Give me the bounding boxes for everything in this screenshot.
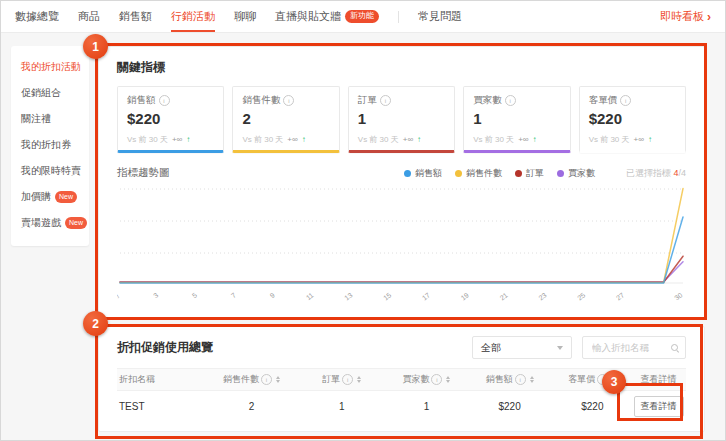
trend-title: 指標趨勢圖: [117, 166, 170, 180]
svg-text:15: 15: [382, 291, 393, 301]
discount-type-select[interactable]: 全部: [472, 336, 572, 359]
metric-cards-row: 銷售額 $220 Vs 前 30 天+∞↑ 銷售件數 2 Vs 前 30 天+∞…: [117, 86, 686, 153]
cell-aov: $220: [553, 401, 631, 412]
info-icon[interactable]: [515, 374, 526, 385]
metric-value: 2: [242, 110, 329, 127]
legend-sales[interactable]: 銷售額: [404, 167, 442, 180]
sidebar-item-promo-combos[interactable]: 促銷組合: [11, 80, 89, 106]
up-arrow-icon: ↑: [302, 135, 306, 144]
realtime-dashboard-link[interactable]: 即時看板 ›: [660, 9, 711, 24]
table-row: TEST 2 1 1 $220 $220 查看詳情: [117, 391, 686, 421]
discount-search-input[interactable]: [590, 341, 666, 354]
metric-value: 1: [358, 110, 445, 127]
selected-metrics-counter: 已選擇指標 4/4: [626, 167, 686, 180]
trend-chart[interactable]: 1 12月357911131517192123252730: [117, 183, 688, 301]
page-body: 我的折扣活動 促銷組合 關注禮 我的折扣券 我的限時特賣 加價購 New 賣場遊…: [1, 33, 725, 440]
up-arrow-icon: ↑: [648, 135, 652, 144]
sidebar-item-flash-sale[interactable]: 我的限時特賣: [11, 158, 89, 184]
nav-divider: [398, 11, 399, 23]
trend-header: 指標趨勢圖 銷售額 銷售件數 訂單 買家數 已選擇指標 4/4: [117, 166, 686, 180]
legend-orders[interactable]: 訂單: [515, 167, 544, 180]
info-icon[interactable]: [505, 95, 516, 106]
info-icon[interactable]: [620, 95, 631, 106]
cell-sales: $220: [466, 401, 554, 412]
info-icon[interactable]: [342, 374, 353, 385]
sidebar: 我的折扣活動 促銷組合 關注禮 我的折扣券 我的限時特賣 加價購 New 賣場遊…: [11, 46, 89, 246]
metric-card-buyers[interactable]: 買家數 1 Vs 前 30 天+∞↑: [463, 86, 570, 153]
key-metrics-title: 關鍵指標: [117, 59, 686, 76]
tab-products[interactable]: 商品: [78, 1, 100, 32]
legend-dot: [557, 170, 564, 177]
sort-icon[interactable]: [357, 376, 361, 383]
new-feature-badge: 新功能: [345, 10, 379, 23]
nav-tabs: 數據總覽 商品 銷售額 行銷活動 聊聊 直播與貼文牆 新功能 常見問題: [15, 1, 462, 32]
sidebar-item-follow-gift[interactable]: 關注禮: [11, 106, 89, 132]
info-icon[interactable]: [380, 95, 391, 106]
tab-marketing[interactable]: 行銷活動: [171, 1, 215, 32]
up-arrow-icon: ↑: [186, 135, 190, 144]
new-badge: New: [55, 191, 77, 203]
sidebar-item-add-on-deal[interactable]: 加價購 New: [11, 184, 89, 210]
chevron-right-icon: ›: [707, 10, 711, 24]
sidebar-item-my-vouchers[interactable]: 我的折扣券: [11, 132, 89, 158]
info-icon[interactable]: [283, 95, 294, 106]
metric-value: 1: [473, 110, 560, 127]
svg-text:17: 17: [421, 291, 432, 301]
sidebar-item-shop-games[interactable]: 賣場遊戲 New: [11, 210, 89, 236]
svg-text:25: 25: [576, 291, 587, 301]
discount-overview-card: 折扣促銷使用總覽 全部 折扣名稱 銷售件數 訂單 買家數 銷售額 客單價: [98, 326, 705, 432]
up-arrow-icon: ↑: [533, 135, 537, 144]
sort-icon[interactable]: [612, 376, 616, 383]
sort-icon[interactable]: [446, 376, 450, 383]
svg-text:11: 11: [305, 291, 315, 301]
sort-icon[interactable]: [276, 376, 280, 383]
discount-search: [582, 336, 686, 359]
legend-dot: [404, 170, 411, 177]
metric-card-sales[interactable]: 銷售額 $220 Vs 前 30 天+∞↑: [117, 86, 224, 153]
tab-faq[interactable]: 常見問題: [418, 1, 462, 32]
info-icon[interactable]: [431, 374, 442, 385]
metric-card-avg-order-value[interactable]: 客單價 $220 Vs 前 30 天+∞↑: [579, 86, 686, 153]
svg-text:30: 30: [673, 291, 684, 301]
legend-items-sold[interactable]: 銷售件數: [455, 167, 502, 180]
marketing-dashboard: 數據總覽 商品 銷售額 行銷活動 聊聊 直播與貼文牆 新功能 常見問題 即時看板…: [0, 0, 726, 441]
svg-text:9: 9: [269, 291, 276, 299]
view-detail-button[interactable]: 查看詳情: [634, 396, 684, 417]
chevron-down-icon: [557, 346, 563, 350]
svg-text:27: 27: [615, 291, 626, 301]
overview-title: 折扣促銷使用總覽: [117, 339, 472, 356]
overview-header: 折扣促銷使用總覽 全部: [117, 336, 686, 359]
up-arrow-icon: ↑: [417, 135, 421, 144]
svg-text:23: 23: [537, 291, 548, 301]
svg-text:7: 7: [230, 291, 237, 299]
info-icon[interactable]: [261, 374, 272, 385]
legend-dot: [515, 170, 522, 177]
svg-text:3: 3: [152, 291, 159, 299]
svg-text:19: 19: [460, 291, 471, 301]
chart-legend: 銷售額 銷售件數 訂單 買家數 已選擇指標 4/4: [404, 167, 686, 180]
cell-discount-name: TEST: [117, 401, 207, 412]
metric-value: $220: [589, 110, 676, 127]
info-icon[interactable]: [597, 374, 608, 385]
tab-data-overview[interactable]: 數據總覽: [15, 1, 59, 32]
new-badge: New: [65, 217, 87, 229]
cell-items-sold: 2: [207, 401, 297, 412]
svg-text:21: 21: [498, 291, 509, 301]
discount-table: 折扣名稱 銷售件數 訂單 買家數 銷售額 客單價 查看詳情 TEST 2 1 1…: [117, 368, 686, 421]
tab-sales[interactable]: 銷售額: [119, 1, 152, 32]
legend-dot: [455, 170, 462, 177]
sidebar-item-my-discount-activities[interactable]: 我的折扣活動: [11, 54, 89, 80]
search-icon[interactable]: [670, 343, 680, 353]
tab-live-posts[interactable]: 直播與貼文牆 新功能: [275, 1, 379, 32]
sort-icon[interactable]: [530, 376, 534, 383]
legend-buyers[interactable]: 買家數: [557, 167, 595, 180]
table-header-row: 折扣名稱 銷售件數 訂單 買家數 銷售額 客單價 查看詳情: [117, 368, 686, 391]
svg-text:13: 13: [343, 291, 354, 301]
svg-text:1 12月: 1 12月: [117, 291, 121, 301]
metric-card-orders[interactable]: 訂單 1 Vs 前 30 天+∞↑: [348, 86, 455, 153]
tab-chat[interactable]: 聊聊: [234, 1, 256, 32]
svg-text:5: 5: [191, 291, 198, 299]
cell-orders: 1: [296, 401, 387, 412]
info-icon[interactable]: [159, 95, 170, 106]
metric-card-items-sold[interactable]: 銷售件數 2 Vs 前 30 天+∞↑: [232, 86, 339, 153]
